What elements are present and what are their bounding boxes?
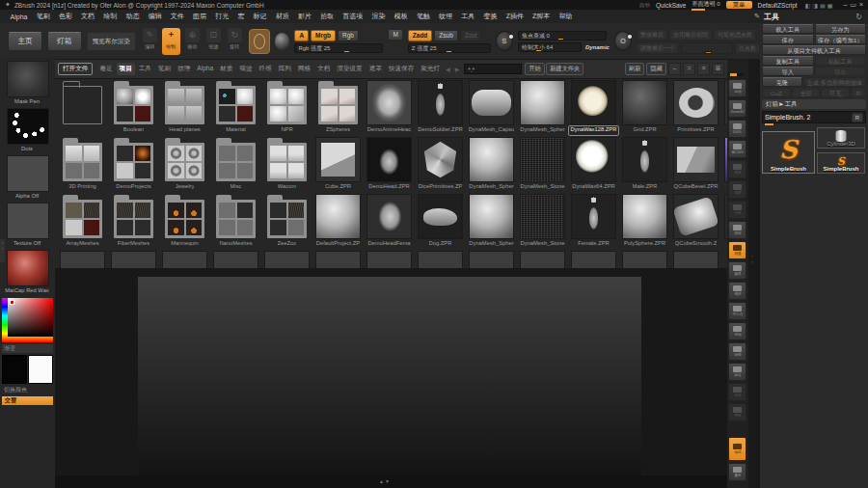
paint-Zadd-button[interactable]: Zadd — [408, 30, 433, 41]
menu-材质[interactable]: 材质 — [271, 12, 293, 21]
file-thumb[interactable] — [418, 137, 463, 182]
file-thumb[interactable] — [520, 80, 565, 125]
dynamic-mode-label[interactable]: Dynamic — [585, 44, 610, 50]
tp-可见[interactable]: 可见 — [821, 88, 850, 97]
folder-thumb[interactable] — [264, 194, 310, 239]
lightbox-item[interactable]: 3D Printing — [57, 137, 108, 194]
lightbox-item[interactable]: DemoSoldier.ZPR — [415, 80, 466, 137]
window-controls[interactable]: –▭× — [840, 1, 863, 9]
lightbox-item[interactable]: DynaMesh_Spher — [466, 137, 517, 194]
rightshelf-锁定[interactable]: 锁定 — [728, 221, 746, 239]
back-arrow-icon[interactable]: ◀ — [444, 66, 452, 72]
menu-笔触[interactable]: 笔触 — [412, 12, 434, 21]
lightbox-item[interactable]: Misc — [210, 137, 261, 194]
lightbox-item[interactable]: DemoProjects — [108, 137, 159, 194]
canvas-area[interactable] — [55, 268, 727, 475]
tp-生成 多边形网格物体[interactable]: 生成 多边形网格物体 — [803, 77, 866, 87]
right-tray-handle[interactable]: ‹› — [751, 253, 753, 264]
saturation-value-square[interactable] — [8, 298, 53, 337]
file-thumb[interactable] — [315, 137, 361, 182]
thumb-size-icon[interactable]: – — [668, 63, 681, 75]
lightbox-item[interactable]: NPR — [261, 80, 312, 137]
tp-克隆[interactable]: 克隆 — [762, 77, 802, 87]
lightbox-button[interactable]: 灯箱 — [47, 32, 82, 51]
file-thumb[interactable] — [162, 251, 207, 268]
rightshelf-独显[interactable]: 独显 — [728, 241, 746, 259]
file-thumb[interactable] — [264, 251, 310, 268]
mode-旋转[interactable]: ↻旋转 — [226, 28, 244, 55]
restore-icon[interactable]: ▭ — [850, 1, 856, 8]
file-thumb[interactable] — [111, 251, 156, 268]
new-folder-button[interactable]: 新建文件夹 — [546, 63, 583, 75]
adjust-last-button[interactable]: 调整最后一个 — [637, 42, 679, 54]
lightbox-item[interactable] — [210, 251, 261, 268]
file-thumb[interactable] — [520, 194, 565, 239]
tray-icon[interactable]: ◧ — [805, 3, 811, 9]
menu-图层[interactable]: 图层 — [188, 12, 210, 21]
mode-移动[interactable]: ⊕移动 — [183, 28, 202, 55]
paint-Rgb-button[interactable]: Rgb — [338, 30, 359, 41]
switch-color-button[interactable]: 切换颜色 — [2, 386, 53, 394]
file-thumb[interactable] — [366, 251, 412, 268]
rightshelf-动态[interactable]: 动态 — [728, 437, 746, 461]
paint-Zcut-button[interactable]: Zcut — [460, 30, 482, 41]
menu-Z插件[interactable]: Z插件 — [502, 12, 528, 21]
rightshelf-框架[interactable]: 框架 — [728, 383, 746, 401]
folder-thumb[interactable] — [60, 137, 105, 182]
rightshelf-对称[interactable]: 对称 — [728, 201, 746, 219]
lightbox-item[interactable]: Material — [210, 80, 261, 137]
lightbox-item[interactable]: Mannequin — [159, 194, 210, 251]
rightshelf-重置[interactable]: 重置 — [728, 463, 746, 481]
search-go-button[interactable]: 开始 — [525, 63, 545, 75]
lightbox-item[interactable]: PolySphere.ZPR — [619, 194, 670, 251]
file-thumb[interactable] — [418, 194, 463, 239]
rightshelf-旋转[interactable]: 旋转 — [728, 363, 746, 381]
thumb-size-icon[interactable]: ≡ — [697, 63, 710, 75]
folder-thumb[interactable] — [162, 137, 207, 182]
file-thumb[interactable] — [673, 251, 719, 268]
tp-从项目文件载入工具[interactable]: 从项目文件载入工具 — [762, 45, 866, 55]
file-thumb[interactable] — [622, 194, 667, 239]
lightbox-tab-项目[interactable]: 项目 — [117, 63, 135, 75]
Mask Pen-thumb[interactable] — [7, 61, 49, 97]
lightbox-item[interactable]: Boolean — [108, 80, 159, 137]
file-thumb[interactable] — [571, 251, 616, 268]
rgb-intensity-slider[interactable]: Rgb 强度 25 — [294, 43, 383, 53]
tp-导入[interactable]: 导入 — [762, 67, 814, 76]
preview-boolean-button[interactable]: 预览布尔渲染 — [87, 32, 136, 51]
rightshelf-网格[interactable]: 网格 — [728, 403, 746, 421]
lightbox-item[interactable]: Head planes — [159, 80, 210, 137]
file-thumb[interactable] — [520, 251, 565, 268]
lightbox-item[interactable]: ZeeZoo — [261, 194, 312, 251]
draw-size-slider[interactable]: 绘制大小 64 — [518, 42, 582, 52]
file-thumb[interactable] — [469, 251, 514, 268]
tool-thumb-simplebrush[interactable]: S SimpleBrush — [817, 152, 865, 174]
lightbox-item[interactable]: DemoHead.ZPR — [364, 137, 415, 194]
lightbox-tab-最近[interactable]: 最近 — [96, 63, 115, 75]
menu-色彩[interactable]: 色彩 — [54, 12, 76, 21]
tool-r-button[interactable]: R — [852, 113, 863, 122]
lightbox-item[interactable]: DicePrimitives.ZP — [415, 137, 466, 194]
tp-保存（编号加1）[interactable]: 保存（编号加1） — [815, 35, 867, 44]
menu-帮助[interactable]: 帮助 — [555, 12, 577, 21]
menu-变换[interactable]: 变换 — [479, 12, 502, 21]
brush-preview[interactable] — [249, 29, 270, 54]
tp-导出[interactable]: 导出 — [815, 67, 867, 76]
rightshelf-100%[interactable]: 100% — [728, 120, 746, 138]
lightbox-item[interactable]: Wacom — [261, 137, 312, 194]
lightbox-item[interactable] — [568, 251, 619, 268]
stroke-dial-icon[interactable]: S — [496, 31, 513, 51]
file-thumb[interactable] — [418, 251, 463, 268]
lightbox-tab-工具[interactable]: 工具 — [136, 63, 154, 75]
tp-载入工具[interactable]: 载入工具 — [762, 24, 814, 34]
file-thumb[interactable] — [622, 251, 667, 268]
folder-thumb[interactable] — [111, 194, 156, 239]
menu-工具[interactable]: 工具 — [457, 12, 479, 21]
lightbox-to-tool-header[interactable]: 灯箱►工具 — [762, 99, 866, 109]
rightshelf-Zoom3D[interactable]: Zoom3D — [728, 99, 746, 118]
menu-笔刷[interactable]: 笔刷 — [32, 12, 54, 21]
folder-thumb[interactable] — [111, 137, 156, 182]
gyro-dial-icon[interactable]: O — [614, 31, 632, 51]
lightbox-item[interactable]: QCubeBevel.ZPR — [670, 137, 721, 194]
menu-编辑[interactable]: 编辑 — [144, 12, 166, 21]
